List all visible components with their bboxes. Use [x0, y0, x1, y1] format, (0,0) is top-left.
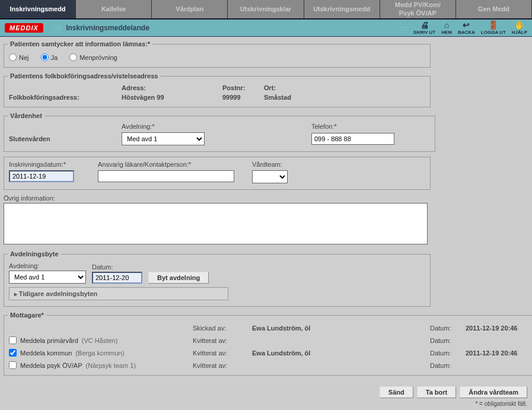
addr-value-adress: Höstvägen 99	[122, 94, 222, 101]
print-icon: 🖨	[420, 21, 429, 29]
main-tabs: Inskrivningsmedd Kallelse Vårdplan Utskr…	[0, 0, 532, 19]
ward-tel-input[interactable]	[311, 133, 394, 145]
recip-psyk-label: Meddela psyk ÖV/AP	[20, 362, 82, 369]
tab-medd-pvkom[interactable]: Medd PV/Kom/ Psyk ÖV/AP	[380, 0, 456, 18]
recip-kvitterat-who-2: Ewa Lundström, öl	[252, 349, 430, 357]
consent-nej-label: Nej	[19, 54, 29, 61]
wardchange-avd-label: Avdelning:	[9, 262, 86, 269]
change-team-button[interactable]: Ändra vårdteam	[460, 386, 527, 398]
recipients-legend: Mottagare*	[8, 312, 46, 319]
reg-date-input[interactable]	[9, 170, 74, 182]
wardchange-date-input[interactable]	[92, 272, 142, 284]
logout-icon: 🚪	[488, 21, 498, 29]
consent-nej[interactable]: Nej	[9, 53, 29, 61]
back-label: BACKA	[458, 30, 475, 35]
reg-doctor-label: Ansvarig läkare/Kontaktperson:*	[98, 161, 246, 168]
recip-datum-label-2: Datum:	[430, 349, 466, 357]
recip-psyk-check[interactable]	[9, 361, 17, 369]
consent-nej-radio[interactable]	[9, 53, 17, 61]
ward-avd-label: Avdelning:*	[122, 123, 311, 130]
logout-label: LOGGA UT	[481, 30, 506, 35]
reg-date-label: Inskrivningsdatum:*	[9, 161, 92, 168]
recip-kommun-label: Meddela kommun	[20, 349, 72, 357]
reg-doctor-input[interactable]	[98, 170, 234, 182]
recip-datum-val-2: 2011-12-19 20:46	[466, 349, 532, 357]
recip-datum-label-0: Datum:	[430, 325, 466, 332]
home-icon: ⌂	[444, 21, 449, 29]
send-button[interactable]: Sänd	[380, 386, 413, 398]
recip-datum-label-1: Datum:	[430, 337, 466, 344]
help-action[interactable]: ✋HJÄLP	[512, 21, 527, 35]
recip-kvitterat-label-2: Kvitterat av:	[193, 349, 252, 357]
help-icon: ✋	[514, 21, 524, 29]
help-label: HJÄLP	[512, 30, 527, 35]
header-bar: MEDDIX ::: Inskrivningsmeddelande ::: 🖨S…	[0, 19, 532, 37]
recip-kvitterat-label-3: Kvitterat av:	[193, 362, 252, 369]
home-label: HEM	[441, 30, 452, 35]
back-action[interactable]: ↩BACKA	[458, 21, 475, 35]
consent-ja[interactable]: Ja	[41, 53, 58, 61]
tab-utskrivningsklar[interactable]: Utskrivningsklar	[228, 0, 304, 18]
recip-primarvard-check[interactable]	[9, 336, 17, 344]
recip-primarvard-paren: (VC Håsten)	[82, 337, 118, 344]
consent-ja-radio[interactable]	[41, 53, 49, 61]
ward-group: Vårdenhet Avdelning:* Telefon:* Slutenvå…	[4, 112, 435, 152]
consent-legend: Patienten samtycker att information lämn…	[8, 40, 152, 47]
decor-dots: :::	[401, 25, 409, 31]
consent-group: Patienten samtycker att information lämn…	[4, 40, 431, 68]
ward-unit-label: Slutenvården	[9, 135, 122, 142]
decor-dots: :::	[54, 25, 62, 31]
tab-kallelse[interactable]: Kallelse	[76, 0, 152, 18]
tab-utskrivningsmedd[interactable]: Utskrivningsmedd	[304, 0, 380, 18]
page-title: Inskrivningsmeddelande	[66, 24, 397, 32]
address-legend: Patientens folkbokföringsadress/vistelse…	[8, 72, 160, 80]
recip-psyk-paren: (Närpsyk team 1)	[86, 362, 136, 369]
addr-header-postnr: Postnr:	[222, 84, 264, 91]
wardchange-date-label: Datum:	[92, 263, 142, 271]
consent-men[interactable]: Menprövning	[69, 53, 117, 61]
addr-value-ort: Småstad	[264, 94, 383, 101]
tab-gen-medd[interactable]: Gen Medd	[456, 0, 532, 18]
recip-kommun-paren: (Berga kommun)	[75, 349, 124, 357]
wardchange-history-toggle[interactable]: Tidigare avdelningsbyten	[9, 287, 228, 300]
wardchange-group: Avdelningsbyte Avdelning: Med avd 1 Datu…	[4, 250, 431, 307]
delete-button[interactable]: Ta bort	[417, 386, 456, 398]
tab-vardplan[interactable]: Vårdplan	[152, 0, 228, 18]
recip-datum-val-0: 2011-12-19 20:46	[466, 325, 532, 332]
ward-avd-select[interactable]: Med avd 1	[122, 132, 205, 145]
recip-kommun-check[interactable]	[9, 349, 17, 357]
back-icon: ↩	[463, 21, 470, 29]
home-action[interactable]: ⌂HEM	[441, 21, 452, 35]
consent-men-radio[interactable]	[69, 53, 77, 61]
reg-team-select[interactable]	[252, 170, 288, 183]
tab-inskrivningsmedd[interactable]: Inskrivningsmedd	[0, 0, 76, 18]
ward-tel-label: Telefon:*	[311, 123, 430, 130]
reg-group: Inskrivningsdatum:* Ansvarig läkare/Kont…	[4, 157, 431, 190]
print-label: SKRIV UT	[413, 30, 435, 35]
print-action[interactable]: 🖨SKRIV UT	[413, 21, 435, 35]
recip-skickad-who: Ewa Lundström, öl	[252, 325, 430, 332]
wardchange-legend: Avdelningsbyte	[8, 250, 61, 258]
logout-action[interactable]: 🚪LOGGA UT	[481, 21, 506, 35]
mandatory-footnote: * = obligatoriskt fält.	[0, 399, 532, 410]
other-info-textarea[interactable]	[4, 203, 428, 244]
recip-datum-label-3: Datum:	[430, 362, 466, 369]
recip-primarvard-label: Meddela primärvård	[20, 337, 78, 344]
recipients-group: Mottagare* Skickad av: Ewa Lundström, öl…	[4, 312, 532, 376]
recip-kvitterat-label-1: Kvitterat av:	[193, 337, 252, 344]
addr-row-label: Folkbokföringsadress:	[9, 94, 122, 101]
wardchange-button[interactable]: Byt avdelning	[148, 272, 209, 284]
header-actions: 🖨SKRIV UT ⌂HEM ↩BACKA 🚪LOGGA UT ✋HJÄLP	[413, 21, 527, 35]
consent-ja-label: Ja	[51, 54, 58, 61]
addr-value-postnr: 99999	[222, 94, 264, 101]
addr-header-adress: Adress:	[122, 84, 222, 91]
reg-team-label: Vårdteam:	[252, 161, 300, 168]
address-group: Patientens folkbokföringsadress/vistelse…	[4, 72, 431, 107]
ward-legend: Vårdenhet	[8, 112, 44, 119]
consent-men-label: Menprövning	[79, 54, 117, 61]
addr-header-ort: Ort:	[264, 84, 383, 91]
recip-skickad-label: Skickad av:	[193, 325, 252, 332]
app-logo: MEDDIX	[5, 23, 43, 33]
other-info-label: Övrig information:	[4, 195, 431, 202]
wardchange-avd-select[interactable]: Med avd 1	[9, 271, 86, 284]
